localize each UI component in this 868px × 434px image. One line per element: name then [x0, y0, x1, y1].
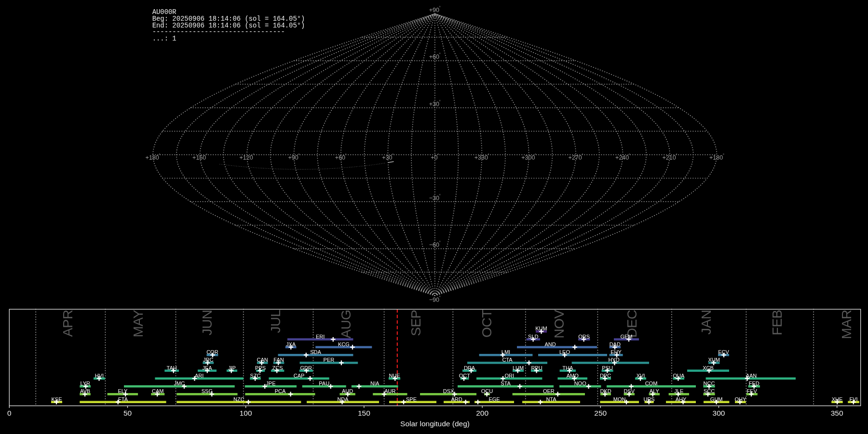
svg-text:300: 300 — [713, 409, 725, 417]
svg-text:NCC: NCC — [704, 380, 715, 386]
svg-text:KCG: KCG — [338, 341, 350, 347]
svg-text:GUM: GUM — [710, 396, 723, 402]
svg-text:AMO: AMO — [567, 373, 579, 379]
svg-text:JEA: JEA — [202, 365, 212, 371]
svg-text:JUL: JUL — [268, 310, 283, 333]
svg-text:EHY: EHY — [610, 349, 622, 355]
svg-text:SZC: SZC — [250, 373, 261, 379]
svg-text:+60˚: +60˚ — [429, 53, 441, 60]
svg-text:DSV: DSV — [624, 388, 635, 394]
svg-text:JAN: JAN — [699, 310, 714, 335]
svg-text:GEM: GEM — [620, 334, 632, 339]
svg-text:MAR: MAR — [839, 310, 854, 339]
svg-text:JLE: JLE — [674, 388, 683, 394]
svg-text:+30˚: +30˚ — [382, 153, 393, 161]
svg-text:STA: STA — [501, 380, 511, 386]
svg-text:PCA: PCA — [275, 388, 286, 394]
svg-text:DSX: DSX — [443, 388, 454, 394]
svg-text:FEB: FEB — [770, 310, 785, 336]
svg-text:SLD: SLD — [528, 334, 538, 339]
svg-text:ELY: ELY — [118, 388, 128, 394]
svg-text:NZC: NZC — [233, 396, 244, 402]
svg-text:QUA: QUA — [673, 373, 685, 379]
svg-text:DKD: DKD — [600, 388, 611, 394]
svg-text:OCT: OCT — [479, 310, 494, 338]
svg-text:150: 150 — [358, 409, 370, 417]
svg-text:LUM: LUM — [513, 365, 524, 371]
svg-text:OCT: OCT — [459, 373, 471, 379]
svg-text:AUG: AUG — [339, 310, 353, 339]
svg-text:SSG: SSG — [202, 388, 213, 394]
svg-text:FTA: FTA — [118, 396, 128, 402]
svg-text:+30˚: +30˚ — [429, 100, 441, 108]
svg-text:+90˚: +90˚ — [288, 153, 299, 161]
svg-text:LEO: LEO — [559, 349, 570, 355]
svg-text:URS: URS — [643, 396, 654, 402]
svg-text:RPU: RPU — [531, 365, 542, 371]
svg-text:MON: MON — [613, 396, 626, 402]
svg-text:ALY: ALY — [650, 388, 660, 394]
svg-text:+180˚: +180˚ — [709, 153, 724, 161]
svg-text:+330˚: +330˚ — [475, 153, 489, 161]
svg-text:PPS: PPS — [255, 365, 266, 371]
svg-text:0: 0 — [7, 409, 12, 417]
svg-text:PAU: PAU — [319, 380, 329, 386]
svg-text:JUN: JUN — [200, 310, 215, 336]
svg-text:XCB: XCB — [703, 365, 714, 371]
svg-text:NDA: NDA — [337, 396, 349, 402]
svg-text:TAH: TAH — [167, 365, 177, 371]
svg-text:AHY: AHY — [676, 396, 687, 402]
svg-text:FVI: FVI — [850, 396, 858, 402]
svg-text:ZCS: ZCS — [272, 365, 283, 371]
svg-text:JPE: JPE — [266, 380, 275, 386]
svg-text:LMI: LMI — [502, 349, 510, 355]
svg-text:LYR: LYR — [80, 380, 90, 386]
svg-text:KUM: KUM — [535, 326, 547, 331]
svg-text:CAP: CAP — [294, 373, 305, 379]
svg-text:AND: AND — [544, 341, 556, 347]
svg-text:250: 250 — [594, 409, 607, 417]
svg-text:+150˚: +150˚ — [192, 153, 207, 161]
svg-text:ORS: ORS — [578, 334, 590, 339]
svg-text:SCC: SCC — [704, 388, 715, 394]
svg-text:GDR: GDR — [300, 365, 312, 371]
svg-text:Solar longitude (deg): Solar longitude (deg) — [400, 420, 470, 428]
svg-text:PSU: PSU — [602, 365, 613, 371]
svg-text:ECV: ECV — [718, 349, 729, 355]
svg-text:XUM: XUM — [708, 357, 719, 363]
svg-text:AUD: AUD — [342, 388, 353, 394]
svg-text:XVI: XVI — [637, 373, 645, 379]
svg-text:AAN: AAN — [746, 373, 757, 379]
svg-text:+300˚: +300˚ — [521, 153, 536, 161]
svg-text:+210˚: +210˚ — [663, 153, 678, 161]
svg-text:NTA: NTA — [546, 396, 556, 402]
svg-text:DRA: DRA — [464, 365, 475, 371]
svg-text:JRC: JRC — [203, 357, 213, 363]
svg-text:JXA: JXA — [286, 341, 296, 347]
svg-text:CAM: CAM — [152, 388, 163, 394]
svg-text:HVI: HVI — [95, 373, 104, 379]
svg-text:THA: THA — [562, 365, 573, 371]
svg-text:+180˚: +180˚ — [146, 153, 161, 161]
svg-text:CTA: CTA — [502, 357, 513, 363]
svg-text:XHE: XHE — [832, 396, 843, 402]
svg-text:HYD: HYD — [608, 357, 619, 363]
svg-text:OHY: OHY — [734, 396, 746, 402]
svg-text:DPC: DPC — [600, 373, 611, 379]
svg-text:...: 1: ...: 1 — [152, 35, 176, 42]
svg-text:SPE: SPE — [406, 396, 417, 402]
svg-text:100: 100 — [240, 409, 252, 417]
svg-text:−60˚: −60˚ — [429, 241, 441, 248]
svg-text:DAD: DAD — [610, 341, 621, 347]
svg-text:JMC: JMC — [174, 380, 185, 386]
svg-text:200: 200 — [476, 409, 488, 417]
svg-text:+90˚: +90˚ — [429, 6, 441, 14]
svg-text:COM: COM — [645, 380, 658, 386]
svg-text:AVB: AVB — [80, 388, 90, 394]
svg-text:+60˚: +60˚ — [335, 153, 347, 161]
svg-text:EGE: EGE — [488, 396, 500, 402]
svg-text:−30˚: −30˚ — [429, 194, 441, 202]
svg-text:COR: COR — [206, 349, 218, 355]
svg-text:FAN: FAN — [273, 357, 284, 363]
svg-text:+120˚: +120˚ — [240, 153, 255, 161]
